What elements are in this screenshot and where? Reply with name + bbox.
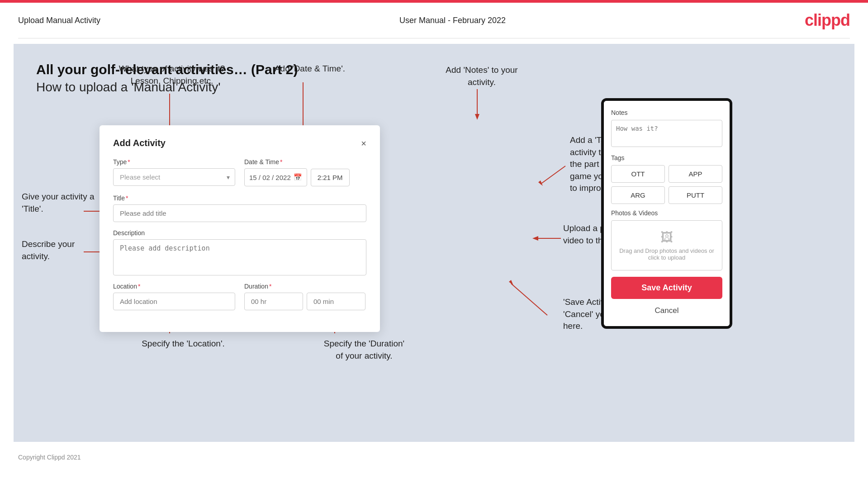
- datetime-group: Date & Time* 15 / 02 / 2022 📅 2:21 PM: [244, 158, 366, 186]
- date-input[interactable]: 15 / 02 / 2022 📅: [244, 168, 307, 186]
- svg-marker-21: [509, 280, 513, 285]
- main-content: All your golf-relevant activities… (Part…: [14, 44, 854, 442]
- annotation-describe: Describe your activity.: [22, 238, 99, 262]
- annotation-location: Specify the 'Location'.: [131, 338, 235, 350]
- location-label: Location*: [113, 283, 235, 290]
- photos-hint: Drag and Drop photos and videos or click…: [616, 247, 717, 261]
- svg-marker-19: [532, 236, 538, 241]
- header-title: Upload Manual Activity: [18, 16, 100, 25]
- duration-inputs: [244, 293, 366, 310]
- photos-upload-area[interactable]: 🖼 Drag and Drop photos and videos or cli…: [611, 220, 722, 270]
- minutes-input[interactable]: [307, 293, 365, 310]
- annotation-notes: Add 'Notes' to your activity.: [430, 64, 534, 88]
- modal-header: Add Activity ×: [113, 138, 366, 148]
- logo: clippd: [805, 11, 850, 30]
- description-group: Description: [113, 229, 366, 275]
- modal-wrapper: Add Activity × Type* Please select ▾: [100, 125, 380, 332]
- modal-close-button[interactable]: ×: [361, 139, 366, 148]
- time-input[interactable]: 2:21 PM: [311, 169, 350, 186]
- footer: Copyright Clippd 2021: [0, 447, 868, 467]
- hours-input[interactable]: [244, 293, 303, 310]
- tag-button-arg[interactable]: ARG: [611, 186, 665, 204]
- annotation-datetime: Add 'Date & Time'.: [265, 63, 355, 75]
- notes-textarea[interactable]: [611, 120, 722, 147]
- type-select[interactable]: Please select: [113, 168, 235, 186]
- type-group: Type* Please select ▾: [113, 158, 235, 186]
- calendar-icon[interactable]: 📅: [294, 173, 302, 181]
- tags-section-label: Tags: [611, 154, 722, 161]
- type-select-wrapper: Please select ▾: [113, 168, 235, 186]
- date-value: 15 / 02 / 2022: [249, 174, 291, 181]
- type-datetime-row: Type* Please select ▾ Date & Time*: [113, 158, 366, 186]
- header-subtitle: User Manual - February 2022: [399, 16, 506, 25]
- copyright: Copyright Clippd 2021: [18, 454, 81, 461]
- save-activity-button[interactable]: Save Activity: [611, 277, 722, 299]
- photos-label: Photos & Videos: [611, 209, 722, 217]
- datetime-label: Date & Time*: [244, 158, 366, 166]
- tag-button-ott[interactable]: OTT: [611, 165, 665, 183]
- title-label: Title*: [113, 194, 366, 202]
- svg-line-16: [541, 166, 565, 184]
- phone-inner: Notes Tags OTTAPPARGPUTT Photos & Videos…: [604, 101, 730, 326]
- tag-button-putt[interactable]: PUTT: [669, 186, 722, 204]
- date-time-group: 15 / 02 / 2022 📅 2:21 PM: [244, 168, 366, 186]
- tag-button-app[interactable]: APP: [669, 165, 722, 183]
- location-duration-row: Location* Duration*: [113, 283, 366, 310]
- notes-section-label: Notes: [611, 109, 722, 116]
- header: Upload Manual Activity User Manual - Feb…: [0, 3, 868, 38]
- tags-grid: OTTAPPARGPUTT: [611, 165, 722, 204]
- modal-title: Add Activity: [113, 138, 166, 148]
- duration-label: Duration*: [244, 283, 366, 290]
- annotation-type: What type of activity was it? Lesson, Ch…: [113, 63, 231, 87]
- annotation-duration: Specify the 'Duration' of your activity.: [303, 338, 425, 362]
- phone-mockup: Notes Tags OTTAPPARGPUTT Photos & Videos…: [601, 98, 732, 329]
- svg-marker-17: [538, 180, 543, 186]
- time-value: 2:21 PM: [318, 174, 343, 181]
- description-label: Description: [113, 229, 366, 237]
- svg-marker-15: [475, 114, 479, 120]
- add-activity-modal: Add Activity × Type* Please select ▾: [100, 125, 380, 332]
- title-group: Title*: [113, 194, 366, 222]
- header-divider: [18, 38, 850, 38]
- location-input[interactable]: [113, 293, 235, 310]
- phone-panel: Notes Tags OTTAPPARGPUTT Photos & Videos…: [601, 98, 737, 329]
- annotation-title: Give your activity a 'Title'.: [22, 191, 99, 215]
- duration-group: Duration*: [244, 283, 366, 310]
- cancel-button[interactable]: Cancel: [611, 303, 722, 318]
- type-label: Type*: [113, 158, 235, 166]
- title-input[interactable]: [113, 204, 366, 222]
- description-textarea[interactable]: [113, 239, 366, 275]
- svg-line-20: [511, 284, 547, 315]
- photo-icon: 🖼: [616, 230, 717, 245]
- location-group: Location*: [113, 283, 235, 310]
